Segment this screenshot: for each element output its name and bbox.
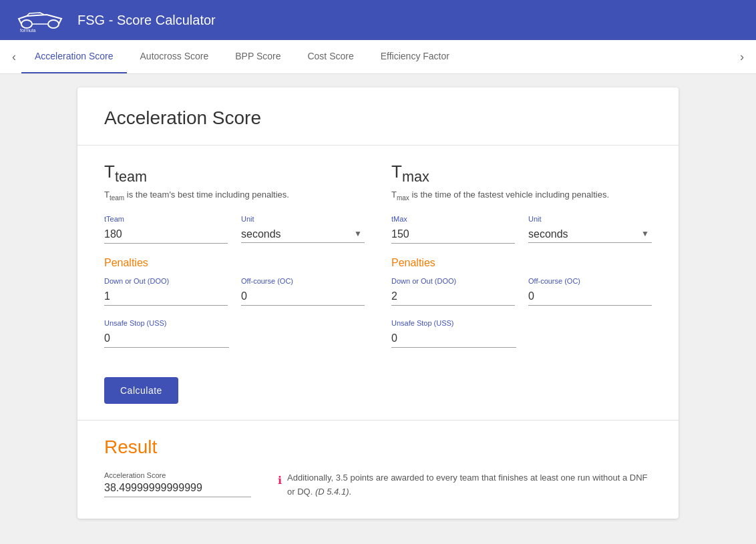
- tmax-doo-field: Down or Out (DOO): [391, 277, 515, 306]
- tteam-uss-input[interactable]: [104, 330, 229, 348]
- main-content: Acceleration Score Tteam Tteam is the te…: [0, 74, 756, 532]
- top-divider: [77, 145, 679, 146]
- tteam-doo-input[interactable]: [104, 288, 228, 306]
- result-note: ℹ Additionally, 3.5 points are awarded t…: [278, 471, 652, 499]
- logo: formula student: [13, 7, 67, 33]
- result-divider: [77, 420, 679, 421]
- tmax-oc-label: Off-course (OC): [528, 277, 652, 285]
- tab-efficiency-factor[interactable]: Efficiency Factor: [367, 40, 463, 73]
- tab-autocross-score[interactable]: Autocross Score: [127, 40, 222, 73]
- tteam-column: Tteam Tteam is the team's best time incl…: [104, 162, 365, 361]
- svg-point-0: [21, 20, 32, 28]
- app-title: FSG - Score Calculator: [77, 13, 216, 28]
- tteam-label: Tteam: [104, 162, 365, 186]
- card-title: Acceleration Score: [104, 107, 652, 129]
- tabs-list: Acceleration Score Autocross Score BPP S…: [21, 40, 735, 73]
- tteam-inputs: tTeam Unit seconds minutes ▼: [104, 215, 365, 244]
- tab-scroll-right[interactable]: ›: [735, 50, 749, 64]
- svg-point-1: [48, 20, 59, 28]
- tteam-oc-label: Off-course (OC): [241, 277, 365, 285]
- info-icon: ℹ: [278, 472, 282, 489]
- tmax-unit-wrapper: seconds minutes ▼: [528, 226, 652, 243]
- tteam-unit-select[interactable]: seconds minutes: [241, 226, 365, 242]
- result-score-value: 38.49999999999999: [104, 482, 251, 497]
- tteam-doo-label: Down or Out (DOO): [104, 277, 228, 285]
- tteam-penalties-title: Penalties: [104, 257, 365, 269]
- tmax-doo-input[interactable]: [391, 288, 515, 306]
- tmax-value-input[interactable]: [391, 226, 515, 244]
- tmax-uss-label: Unsafe Stop (USS): [391, 319, 516, 327]
- tteam-oc-field: Off-course (OC): [241, 277, 365, 306]
- tteam-value-input[interactable]: [104, 226, 228, 244]
- result-content: Acceleration Score 38.49999999999999 ℹ A…: [104, 471, 652, 499]
- tteam-unit-wrapper: seconds minutes ▼: [241, 226, 365, 243]
- result-title: Result: [104, 437, 652, 458]
- tteam-label-big: T: [104, 162, 115, 182]
- tab-cost-score[interactable]: Cost Score: [294, 40, 367, 73]
- tab-scroll-left[interactable]: ‹: [7, 50, 21, 64]
- tteam-penalty-inputs-row2: Unsafe Stop (USS): [104, 319, 365, 348]
- tmax-unit-label: Unit: [528, 215, 652, 223]
- tmax-uss-field: Unsafe Stop (USS): [391, 319, 516, 348]
- tmax-value-label: tMax: [391, 215, 515, 223]
- tmax-penalty-inputs-row2: Unsafe Stop (USS): [391, 319, 652, 348]
- tmax-penalties-title: Penalties: [391, 257, 652, 269]
- tteam-value-label: tTeam: [104, 215, 228, 223]
- tteam-doo-field: Down or Out (DOO): [104, 277, 228, 306]
- input-columns: Tteam Tteam is the team's best time incl…: [104, 162, 652, 361]
- tteam-description: Tteam is the team's best time including …: [104, 190, 365, 202]
- tmax-penalty-inputs-row1: Down or Out (DOO) Off-course (OC): [391, 277, 652, 306]
- tmax-doo-label: Down or Out (DOO): [391, 277, 515, 285]
- tteam-label-sub: team: [115, 168, 147, 185]
- tmax-label: Tmax: [391, 162, 652, 186]
- result-score-field: Acceleration Score 38.49999999999999: [104, 471, 251, 497]
- result-section: Result Acceleration Score 38.49999999999…: [104, 437, 652, 499]
- calculator-card: Acceleration Score Tteam Tteam is the te…: [77, 87, 679, 519]
- tteam-uss-label: Unsafe Stop (USS): [104, 319, 229, 327]
- result-note-text: Additionally, 3.5 points are awarded to …: [287, 471, 652, 499]
- tmax-label-big: T: [391, 162, 402, 182]
- tteam-unit-field: Unit seconds minutes ▼: [241, 215, 365, 244]
- tmax-uss-input[interactable]: [391, 330, 516, 348]
- tteam-oc-input[interactable]: [241, 288, 365, 306]
- tmax-column: Tmax Tmax is the time of the fastest veh…: [391, 162, 652, 361]
- tmax-value-field: tMax: [391, 215, 515, 244]
- app-header: formula student FSG - Score Calculator: [0, 0, 756, 40]
- tteam-penalty-inputs-row1: Down or Out (DOO) Off-course (OC): [104, 277, 365, 306]
- svg-text:formula: formula: [20, 28, 35, 32]
- calculate-button[interactable]: Calculate: [104, 377, 178, 404]
- tmax-oc-input[interactable]: [528, 288, 652, 306]
- result-score-label: Acceleration Score: [104, 471, 251, 479]
- tmax-unit-field: Unit seconds minutes ▼: [528, 215, 652, 244]
- tab-bpp-score[interactable]: BPP Score: [222, 40, 294, 73]
- tmax-description: Tmax is the time of the fastest vehicle …: [391, 190, 652, 202]
- tteam-unit-label: Unit: [241, 215, 365, 223]
- tteam-uss-field: Unsafe Stop (USS): [104, 319, 229, 348]
- tab-acceleration-score[interactable]: Acceleration Score: [21, 40, 127, 73]
- tmax-oc-field: Off-course (OC): [528, 277, 652, 306]
- tmax-label-sub: max: [402, 168, 429, 185]
- tmax-inputs: tMax Unit seconds minutes ▼: [391, 215, 652, 244]
- logo-icon: formula student: [13, 8, 67, 32]
- tabs-nav: ‹ Acceleration Score Autocross Score BPP…: [0, 40, 756, 74]
- tteam-value-field: tTeam: [104, 215, 228, 244]
- tmax-unit-select[interactable]: seconds minutes: [528, 226, 652, 242]
